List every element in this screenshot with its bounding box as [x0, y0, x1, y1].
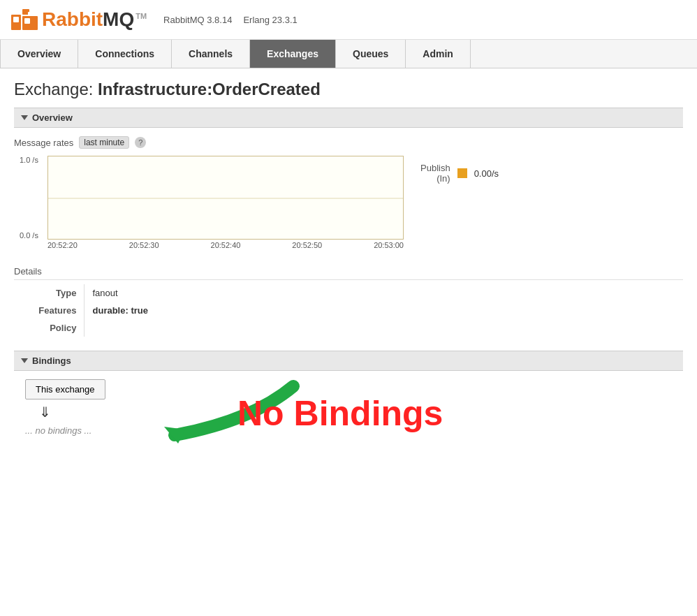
publish-color-swatch: [457, 168, 467, 178]
svg-rect-4: [13, 17, 19, 22]
no-bindings-annotation: No Bindings: [237, 393, 443, 434]
details-label: Details: [14, 266, 683, 280]
publish-legend-row: Publish (In) 0.00/s: [420, 163, 499, 184]
overview-label: Overview: [32, 112, 73, 123]
main-nav: Overview Connections Channels Exchanges …: [0, 40, 697, 68]
bindings-section: Bindings This exchange ⇓ ... no bindings…: [14, 351, 683, 478]
collapse-icon[interactable]: [21, 115, 28, 120]
rabbitmq-logo-icon: [11, 9, 38, 30]
logo-area: RabbitMQTM: [11, 8, 147, 31]
rabbitmq-version: RabbitMQ 3.8.14: [163, 15, 232, 25]
detail-value-policy: [84, 319, 293, 337]
detail-row-policy: Policy: [14, 319, 293, 337]
chart-container: 1.0 /s 0.0 /s 20:52:20 20:52:30 20:52:40…: [14, 156, 683, 249]
bindings-label: Bindings: [32, 355, 71, 366]
chart-y-bottom: 0.0 /s: [20, 231, 38, 240]
detail-key-policy: Policy: [14, 319, 84, 337]
nav-channels[interactable]: Channels: [172, 40, 250, 68]
nav-queues[interactable]: Queues: [336, 40, 406, 68]
chart-x-labels: 20:52:20 20:52:30 20:52:40 20:52:50 20:5…: [47, 240, 404, 249]
help-icon[interactable]: ?: [135, 137, 146, 148]
time-range-badge[interactable]: last minute: [79, 136, 129, 149]
message-rates-row: Message rates last minute ?: [14, 136, 683, 149]
top-header: RabbitMQTM RabbitMQ 3.8.14 Erlang 23.3.1: [0, 0, 697, 40]
details-table: Type fanout Features durable: true Polic…: [14, 284, 293, 337]
erlang-version: Erlang 23.3.1: [243, 15, 297, 25]
detail-key-type: Type: [14, 284, 84, 302]
detail-value-type: fanout: [84, 284, 293, 302]
chart-y-top: 1.0 /s: [20, 156, 38, 164]
svg-rect-5: [24, 18, 30, 24]
bindings-area: This exchange ⇓ ... no bindings ... No B…: [14, 379, 683, 478]
details-section: Details Type fanout Features durable: tr…: [14, 266, 683, 337]
version-info: RabbitMQ 3.8.14 Erlang 23.3.1: [163, 15, 298, 25]
publish-value: 0.00/s: [474, 168, 499, 179]
nav-connections[interactable]: Connections: [78, 40, 172, 68]
chart-y-labels: 1.0 /s 0.0 /s: [20, 156, 38, 240]
svg-rect-3: [28, 12, 32, 16]
overview-section-header: Overview: [14, 108, 683, 128]
detail-row-features: Features durable: true: [14, 302, 293, 319]
publish-label: Publish (In): [420, 163, 450, 184]
page-content: Exchange: Infrastructure:OrderCreated Ov…: [0, 68, 697, 489]
message-rates-label: Message rates: [14, 138, 73, 148]
exchange-name: Infrastructure:OrderCreated: [98, 80, 321, 98]
nav-exchanges[interactable]: Exchanges: [250, 40, 336, 68]
nav-admin[interactable]: Admin: [406, 40, 471, 68]
logo-text: RabbitMQTM: [42, 8, 147, 31]
detail-key-features: Features: [14, 302, 84, 319]
nav-overview[interactable]: Overview: [0, 40, 78, 68]
page-title: Exchange: Infrastructure:OrderCreated: [14, 80, 683, 99]
publish-legend: Publish (In) 0.00/s: [420, 163, 499, 184]
message-rate-chart: [47, 156, 404, 240]
detail-value-features: durable: true: [84, 302, 293, 319]
chart-wrapper: 1.0 /s 0.0 /s 20:52:20 20:52:30 20:52:40…: [47, 156, 404, 249]
bindings-collapse-icon[interactable]: [21, 358, 28, 363]
detail-row-type: Type fanout: [14, 284, 293, 302]
